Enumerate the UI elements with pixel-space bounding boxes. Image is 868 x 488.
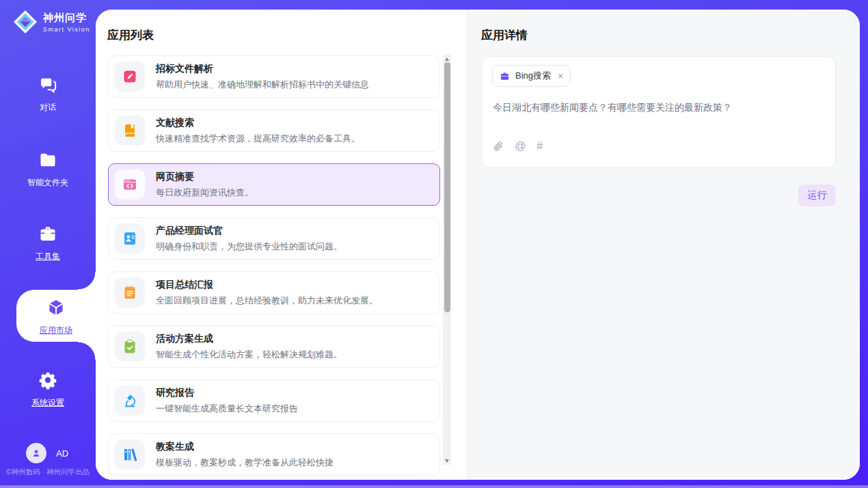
toolbox-icon bbox=[38, 224, 57, 243]
app-title: 教案生成 bbox=[156, 441, 334, 453]
folder-icon bbox=[38, 150, 57, 170]
app-desc: 明确身份和职责，为您提供专业性的面试问题。 bbox=[156, 241, 342, 253]
composer-toolbar: @ # bbox=[493, 140, 543, 152]
sidebar-item-label: 对话 bbox=[0, 102, 96, 113]
app-desc: 每日政府新闻资讯快查。 bbox=[156, 187, 254, 199]
app-desc: 全面回顾项目进展，总结经验教训，助力未来优化发展。 bbox=[156, 295, 378, 307]
app-icon-box bbox=[115, 170, 145, 200]
app-icon-box bbox=[115, 223, 145, 254]
user-label: AD bbox=[56, 448, 68, 459]
bottom-edge bbox=[0, 485, 868, 488]
brand-diamond-icon bbox=[12, 9, 38, 35]
brand-logo: 神州问学 Smart Vision bbox=[12, 9, 90, 35]
app-list-panel: 应用列表 招标文件解析 帮助用户快速、准确地理解和解析招标书中的关键信息 文献搜… bbox=[96, 10, 467, 480]
app-card[interactable]: 招标文件解析 帮助用户快速、准确地理解和解析招标书中的关键信息 bbox=[108, 55, 440, 98]
tool-tag-label: Bing搜索 bbox=[515, 70, 551, 82]
user-account[interactable]: AD bbox=[26, 443, 68, 463]
app-title: 项目总结汇报 bbox=[156, 279, 378, 291]
scroll-down-icon[interactable] bbox=[443, 457, 451, 465]
app-desc: 快速精准查找学术资源，提高研究效率的必备工具。 bbox=[156, 133, 360, 145]
edit-document-icon bbox=[122, 68, 138, 85]
app-icon-box bbox=[115, 116, 145, 146]
attachment-icon[interactable] bbox=[493, 141, 504, 152]
close-icon[interactable]: × bbox=[558, 71, 563, 81]
app-card[interactable]: 文献搜索 快速精准查找学术资源，提高研究效率的必备工具。 bbox=[108, 109, 440, 152]
notepad-icon bbox=[122, 284, 138, 301]
sidebar-item-settings[interactable]: 系统设置 bbox=[0, 370, 96, 409]
app-desc: 模板驱动，教案秒成，教学准备从此轻松快捷 bbox=[156, 457, 334, 469]
gear-icon bbox=[38, 370, 57, 390]
sidebar-item-chat[interactable]: 对话 bbox=[0, 75, 96, 113]
app-title: 文献搜索 bbox=[156, 117, 360, 129]
scrollbar-thumb[interactable] bbox=[444, 62, 450, 312]
app-card[interactable]: 活动方案生成 智能生成个性化活动方案，轻松解决规划难题。 bbox=[108, 325, 440, 368]
chat-icon bbox=[38, 75, 57, 94]
avatar bbox=[26, 443, 46, 463]
books-icon bbox=[122, 446, 138, 463]
hash-icon[interactable]: # bbox=[537, 140, 543, 152]
sidebar-item-toolset[interactable]: 工具集 bbox=[0, 224, 96, 262]
app-list-title: 应用列表 bbox=[107, 27, 154, 43]
app-card[interactable]: 产品经理面试官 明确身份和职责，为您提供专业性的面试问题。 bbox=[108, 217, 440, 260]
clipboard-check-icon bbox=[122, 338, 138, 355]
app-title: 网页摘要 bbox=[156, 171, 254, 183]
sidebar-footer: ©神州数码 · 神州问学出品 bbox=[0, 467, 96, 477]
book-icon bbox=[122, 122, 138, 139]
sidebar-item-label: 智能文件夹 bbox=[0, 177, 96, 189]
app-icon-box bbox=[115, 331, 145, 362]
content-panel: 应用列表 招标文件解析 帮助用户快速、准确地理解和解析招标书中的关键信息 文献搜… bbox=[96, 10, 860, 480]
briefcase-icon bbox=[500, 71, 510, 81]
app-title: 招标文件解析 bbox=[156, 63, 369, 75]
app-icon-box bbox=[115, 277, 145, 308]
interview-icon bbox=[122, 230, 138, 247]
app-desc: 帮助用户快速、准确地理解和解析招标书中的关键信息 bbox=[156, 79, 369, 91]
app-list-scrollbar[interactable] bbox=[443, 55, 451, 465]
composer-card: Bing搜索 × 今日湖北有哪些新闻要点？有哪些需要关注的最新政策？ @ # bbox=[481, 56, 836, 168]
app-card[interactable]: 研究报告 一键智能生成高质量长文本研究报告 bbox=[108, 379, 440, 422]
person-icon bbox=[31, 448, 42, 459]
web-code-icon bbox=[122, 176, 138, 193]
tool-tag-bing-search[interactable]: Bing搜索 × bbox=[492, 65, 571, 87]
app-card[interactable]: 教案生成 模板驱动，教案秒成，教学准备从此轻松快捷 bbox=[108, 433, 440, 476]
app-title: 研究报告 bbox=[156, 387, 298, 399]
run-button[interactable]: 运行 bbox=[798, 185, 836, 206]
sidebar-item-label: 系统设置 bbox=[0, 397, 96, 409]
sidebar-item-app-market[interactable]: 应用市场 bbox=[16, 290, 96, 342]
app-icon-box bbox=[115, 385, 145, 416]
brand-subtitle: Smart Vision bbox=[43, 26, 90, 33]
app-icon-box bbox=[115, 439, 145, 470]
app-card[interactable]: 网页摘要 每日政府新闻资讯快查。 bbox=[108, 163, 440, 206]
sidebar-item-label: 应用市场 bbox=[16, 325, 96, 336]
sidebar-item-smart-folder[interactable]: 智能文件夹 bbox=[0, 150, 96, 189]
app-detail-panel: 应用详情 Bing搜索 × 今日湖北有哪些新闻要点？有哪些需要关注的最新政策？ … bbox=[467, 10, 860, 480]
app-desc: 智能生成个性化活动方案，轻松解决规划难题。 bbox=[156, 349, 342, 361]
app-detail-title: 应用详情 bbox=[481, 27, 528, 43]
app-card[interactable]: 项目总结汇报 全面回顾项目进展，总结经验教训，助力未来优化发展。 bbox=[108, 271, 440, 314]
app-title: 产品经理面试官 bbox=[156, 225, 342, 237]
prompt-input[interactable]: 今日湖北有哪些新闻要点？有哪些需要关注的最新政策？ bbox=[493, 102, 821, 114]
sidebar-item-label: 工具集 bbox=[0, 251, 96, 262]
cube-icon bbox=[46, 298, 66, 317]
app-desc: 一键智能生成高质量长文本研究报告 bbox=[156, 403, 298, 415]
app-icon-box bbox=[115, 62, 145, 92]
app-title: 活动方案生成 bbox=[156, 333, 342, 345]
mention-icon[interactable]: @ bbox=[515, 140, 526, 152]
brand-name: 神州问学 bbox=[43, 12, 90, 25]
microscope-icon bbox=[122, 392, 138, 409]
app-list: 招标文件解析 帮助用户快速、准确地理解和解析招标书中的关键信息 文献搜索 快速精… bbox=[108, 55, 443, 480]
sidebar: 神州问学 Smart Vision 对话 智能文件夹 工具集 应用市场 系统设置… bbox=[0, 0, 96, 488]
